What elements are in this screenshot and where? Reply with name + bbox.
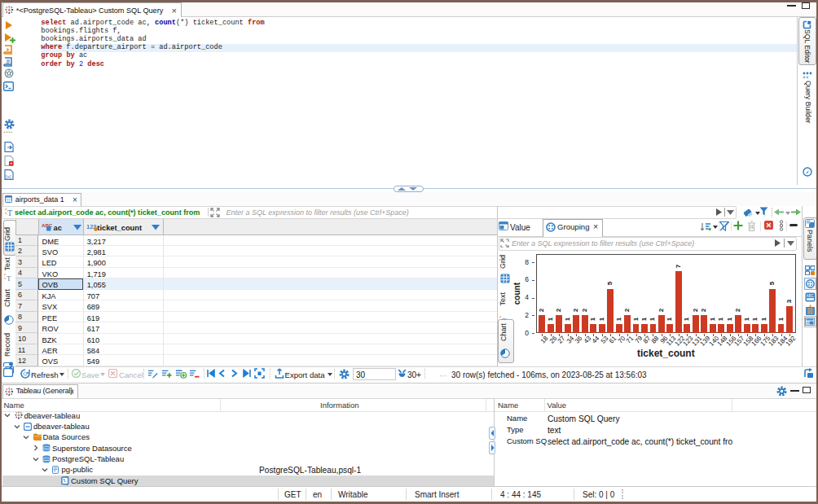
svg-text:ABC: ABC bbox=[807, 294, 815, 298]
svg-text:T: T bbox=[7, 274, 11, 282]
svg-text:[x]: [x] bbox=[6, 174, 11, 179]
svg-text:T: T bbox=[7, 208, 12, 217]
